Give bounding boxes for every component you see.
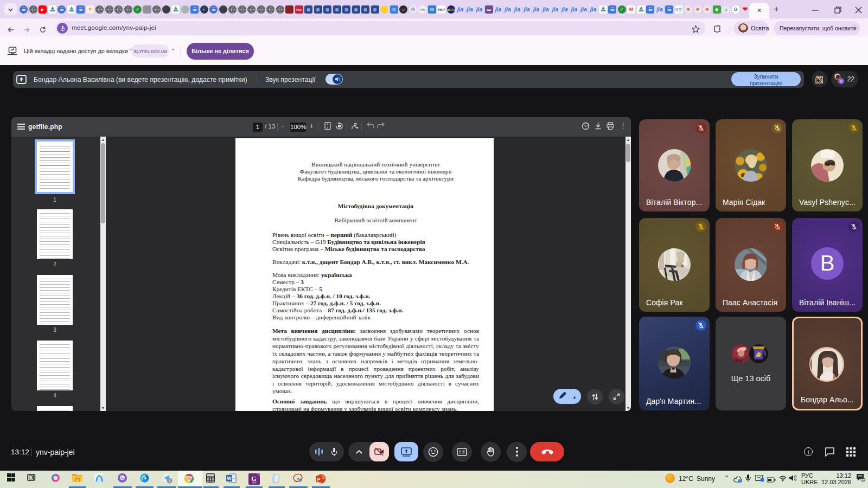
- svg-text:P: P: [317, 477, 320, 482]
- svg-text:✎: ✎: [584, 124, 588, 128]
- svg-text:1: 1: [862, 478, 864, 481]
- svg-text:PDF: PDF: [252, 481, 257, 484]
- svg-text:i: i: [739, 479, 739, 483]
- svg-text:1: 1: [169, 479, 171, 483]
- svg-text:W: W: [227, 476, 232, 481]
